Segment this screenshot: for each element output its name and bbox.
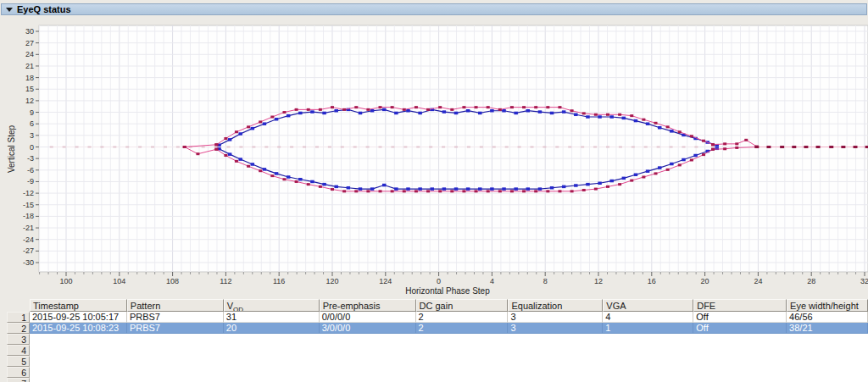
table-row-3[interactable]: 3 (7, 334, 868, 345)
x-tick-label: 8 (543, 277, 548, 285)
y-tick-label: 24 (25, 50, 34, 58)
y-tick-label: -30 (23, 258, 34, 267)
column-header-timestamp[interactable]: Timestamp (30, 299, 127, 312)
column-header-eye-width-height[interactable]: Eye width/height (787, 299, 868, 312)
column-header-vod[interactable]: VOD (224, 299, 320, 312)
table-corner (7, 299, 30, 312)
y-tick-label: 6 (30, 119, 34, 128)
x-tick-label: 20 (701, 277, 709, 285)
table-row-5[interactable]: 5 (7, 356, 868, 367)
y-tick-label: -15 (23, 201, 34, 209)
y-axis-title: Vertical Step (7, 125, 16, 173)
y-tick-label: 0 (30, 143, 34, 152)
x-tick-label: 116 (273, 277, 285, 285)
eyeq-results-table: TimestampPatternVODPre-emphasisDC gainEq… (7, 299, 868, 382)
y-tick-label: 18 (25, 74, 34, 82)
eyeq-status-panel-header[interactable]: EyeQ status (1, 3, 867, 15)
column-header-pre-emphasis[interactable]: Pre-emphasis (320, 299, 416, 312)
x-tick-label: 112 (220, 277, 231, 285)
empty-row-space (30, 367, 868, 378)
y-tick-label: -9 (27, 177, 34, 185)
row-number[interactable]: 1 (7, 312, 30, 323)
cell-timestamp: 2015-09-25 10:08:23 (30, 323, 127, 334)
cell-eye-width-height: 38/21 (787, 323, 868, 334)
x-tick-label: 12 (594, 277, 603, 285)
x-tick-label: 124 (379, 277, 392, 285)
cell-vga: 4 (603, 312, 693, 323)
empty-row-space (30, 356, 868, 367)
column-header-dfe[interactable]: DFE (693, 299, 787, 312)
panel-title: EyeQ status (17, 5, 71, 14)
column-header-dc-gain[interactable]: DC gain (416, 299, 509, 312)
row-number[interactable]: 6 (7, 367, 30, 378)
cell-dfe: Off (693, 323, 787, 334)
x-tick-label: 0 (437, 277, 441, 285)
cell-eye-width-height: 46/56 (787, 312, 868, 323)
column-header-pattern[interactable]: Pattern (127, 299, 224, 312)
x-tick-label: 32 (860, 277, 868, 285)
x-tick-label: 104 (113, 277, 125, 285)
table-row-7[interactable]: 7 (7, 378, 868, 382)
y-tick-label: -24 (23, 235, 34, 244)
cell-equalization: 3 (508, 323, 603, 334)
x-tick-label: 28 (807, 277, 815, 285)
cell-pre-emphasis: 3/0/0/0 (320, 323, 416, 334)
x-tick-label: 24 (754, 277, 762, 285)
cell-vod: 31 (224, 312, 320, 323)
y-tick-label: -18 (23, 212, 34, 220)
y-tick-label: 12 (25, 97, 34, 105)
table-row-6[interactable]: 6 (7, 367, 868, 378)
row-number[interactable]: 2 (7, 323, 30, 334)
y-tick-label: 9 (30, 108, 34, 117)
cell-timestamp: 2015-09-25 10:05:17 (30, 312, 127, 323)
y-tick-label: 3 (30, 131, 34, 140)
x-tick-label: 16 (648, 277, 656, 285)
x-tick-label: 120 (326, 277, 338, 285)
table-row-2[interactable]: 22015-09-25 10:08:23PRBS7203/0/0/0231Off… (7, 323, 868, 334)
x-tick-label: 4 (490, 277, 494, 285)
x-axis-title: Horizontal Phase Step (405, 286, 490, 296)
cell-dc-gain: 2 (416, 323, 509, 334)
y-tick-label: -3 (27, 154, 34, 163)
cell-equalization: 3 (508, 312, 603, 323)
y-tick-label: -12 (23, 189, 34, 197)
y-tick-label: -6 (27, 166, 34, 174)
y-tick-label: 27 (25, 39, 34, 47)
empty-row-space (30, 345, 868, 356)
y-tick-label: -21 (23, 224, 34, 232)
table-header-row: TimestampPatternVODPre-emphasisDC gainEq… (7, 299, 868, 312)
cell-pattern: PRBS7 (127, 323, 224, 334)
empty-row-space (30, 378, 868, 382)
cell-pattern: PRBS7 (127, 312, 224, 323)
cell-vga: 1 (603, 323, 693, 334)
cell-dfe: Off (693, 312, 787, 323)
cell-pre-emphasis: 0/0/0/0 (320, 312, 416, 323)
cell-vod: 20 (224, 323, 320, 334)
x-tick-label: 108 (166, 277, 179, 285)
collapse-triangle-icon[interactable] (6, 8, 13, 12)
table-row-4[interactable]: 4 (7, 345, 868, 356)
empty-row-space (30, 334, 868, 345)
y-tick-label: 21 (25, 62, 34, 70)
row-number[interactable]: 7 (7, 378, 30, 382)
cell-dc-gain: 2 (416, 312, 509, 323)
row-number[interactable]: 3 (7, 334, 30, 345)
table-row-1[interactable]: 12015-09-25 10:05:17PRBS7310/0/0/0234Off… (7, 312, 868, 323)
eye-diagram-chart: 1001041081121161201240481216202428323027… (0, 15, 868, 298)
row-number[interactable]: 5 (7, 356, 30, 367)
y-tick-label: 30 (25, 27, 34, 36)
x-tick-label: 100 (59, 277, 72, 285)
y-tick-label: -27 (23, 246, 34, 255)
row-number[interactable]: 4 (7, 345, 30, 356)
y-tick-label: 15 (25, 85, 34, 93)
column-header-equalization[interactable]: Equalization (508, 299, 603, 312)
column-header-vga[interactable]: VGA (603, 299, 693, 312)
